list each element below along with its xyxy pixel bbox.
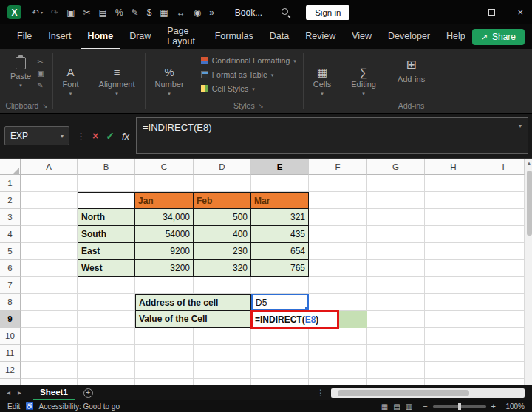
vertical-scrollbar[interactable]: ▲ [525, 159, 532, 385]
formula-bar-collapse-icon[interactable]: ▾ [519, 123, 522, 129]
row-header-2[interactable]: 2 [0, 192, 21, 209]
menu-tab-data[interactable]: Data [263, 24, 296, 49]
sheet-nav-left-icon[interactable]: ◂ [7, 389, 10, 396]
cell-C8[interactable]: Address of the cell [135, 294, 251, 311]
menu-tab-file[interactable]: File [10, 24, 38, 49]
row-header-6[interactable]: 6 [0, 260, 21, 277]
redo-icon[interactable]: ↷ [51, 8, 58, 17]
merge-center-icon[interactable]: ↔ [177, 8, 185, 17]
camera-icon[interactable]: ◉ [194, 8, 201, 17]
row-header-11[interactable]: 11 [0, 345, 21, 362]
menu-tab-developer[interactable]: Developer [381, 24, 437, 49]
page-break-view-icon[interactable]: ▥ [406, 402, 412, 411]
percent-style-icon[interactable]: % [115, 8, 123, 17]
cell-B2[interactable] [78, 192, 135, 209]
cell-C3[interactable]: 34,000 [135, 209, 194, 226]
row-header-5[interactable]: 5 [0, 243, 21, 260]
row-header-9[interactable]: 9 [0, 311, 21, 328]
alignment-group-button[interactable]: ≡ Alignment ▾ [92, 49, 143, 113]
column-header-I[interactable]: I [482, 159, 525, 175]
select-all-corner[interactable] [0, 159, 21, 175]
menu-tab-review[interactable]: Review [299, 24, 342, 49]
cell-C4[interactable]: 54000 [135, 226, 194, 243]
cell-E5[interactable]: 654 [251, 243, 309, 260]
cell-E6[interactable]: 765 [251, 260, 309, 277]
close-button[interactable]: × [517, 7, 523, 17]
cell-E2[interactable]: Mar [251, 192, 309, 209]
cell-E4[interactable]: 435 [251, 226, 309, 243]
tab-scroll-handle-icon[interactable]: ⋮ [316, 388, 325, 398]
row-header-10[interactable]: 10 [0, 328, 21, 345]
normal-view-icon[interactable]: ▦ [381, 402, 388, 411]
cut-icon[interactable]: ✂ [83, 8, 90, 17]
cell-B4[interactable]: South [78, 226, 135, 243]
zoom-out-button[interactable]: − [423, 402, 427, 411]
row-header-13[interactable] [0, 379, 21, 385]
cell-C6[interactable]: 3200 [135, 260, 194, 277]
menu-tab-insert[interactable]: Insert [41, 24, 78, 49]
sign-in-button[interactable]: Sign in [306, 5, 349, 20]
cell-styles-button[interactable]: Cell Styles ▾ [201, 84, 296, 93]
borders-icon[interactable]: ▦ [160, 8, 168, 17]
cell-B5[interactable]: East [78, 243, 135, 260]
accessibility-status[interactable]: Accessibility: Good to go [38, 402, 120, 411]
name-box-dropdown-icon[interactable]: ▾ [61, 133, 64, 140]
copy-button-icon[interactable]: ▣ [37, 70, 44, 78]
column-header-B[interactable]: B [78, 159, 135, 175]
new-sheet-button[interactable]: + [83, 388, 93, 398]
row-header-1[interactable]: 1 [0, 175, 21, 192]
format-painter-icon[interactable]: ✎ [132, 8, 139, 17]
column-header-F[interactable]: F [309, 159, 367, 175]
undo-icon[interactable]: ↶▾ [32, 8, 43, 17]
cell-D4[interactable]: 400 [194, 226, 251, 243]
menu-tab-help[interactable]: Help [440, 24, 472, 49]
cell-D6[interactable]: 320 [194, 260, 251, 277]
zoom-level[interactable]: 100% [501, 402, 525, 411]
maximize-button[interactable] [488, 7, 495, 17]
horizontal-scrollbar[interactable] [331, 388, 525, 398]
row-header-7[interactable]: 7 [0, 277, 21, 294]
cells-group-button[interactable]: ▦ Cells ▾ [306, 49, 338, 113]
currency-icon[interactable]: $ [147, 8, 152, 17]
row-header-8[interactable]: 8 [0, 294, 21, 311]
cell-C5[interactable]: 9200 [135, 243, 194, 260]
cut-button-icon[interactable]: ✂ [37, 58, 44, 66]
cell-B6[interactable]: West [78, 260, 135, 277]
formula-edit-cell-E9[interactable]: =INDIRECT(E8) [250, 310, 339, 329]
cancel-icon[interactable]: × [92, 130, 98, 142]
name-box[interactable]: EXP ▾ [4, 126, 69, 145]
addins-icon[interactable]: ⊞ [406, 57, 416, 72]
font-group-button[interactable]: A Font ▾ [55, 49, 86, 113]
column-header-C[interactable]: C [135, 159, 194, 175]
enter-icon[interactable]: ✓ [106, 130, 115, 142]
menu-tab-formulas[interactable]: Formulas [208, 24, 260, 49]
insert-function-icon[interactable]: fx [122, 131, 129, 142]
paste-button[interactable]: Paste ▾ [10, 55, 31, 89]
horizontal-scrollbar-thumb[interactable] [338, 390, 469, 396]
editing-group-button[interactable]: ∑ Editing ▾ [344, 49, 383, 113]
cell-E3[interactable]: 321 [251, 209, 309, 226]
scroll-up-icon[interactable]: ▲ [526, 161, 532, 165]
column-header-G[interactable]: G [367, 159, 425, 175]
zoom-slider[interactable] [433, 405, 486, 408]
cell-D2[interactable]: Feb [194, 192, 251, 209]
cell-C9[interactable]: Value of the Cell [135, 311, 251, 328]
conditional-formatting-button[interactable]: Conditional Formatting ▾ [201, 56, 296, 65]
search-icon[interactable] [280, 7, 291, 18]
sheet-tab-sheet1[interactable]: Sheet1 [33, 385, 75, 400]
menu-tab-draw[interactable]: Draw [123, 24, 157, 49]
zoom-in-button[interactable]: + [491, 402, 496, 411]
cell-D5[interactable]: 230 [194, 243, 251, 260]
format-as-table-button[interactable]: Format as Table ▾ [201, 70, 296, 79]
referenced-cell-E8[interactable]: D5 [251, 294, 309, 311]
menu-tab-page-layout[interactable]: Page Layout [160, 24, 205, 49]
number-group-button[interactable]: % Number ▾ [148, 49, 191, 113]
styles-dialog-launcher-icon[interactable]: ↘ [259, 103, 264, 109]
cell-C2[interactable]: Jan [135, 192, 194, 209]
column-header-E[interactable]: E [251, 159, 309, 175]
share-button[interactable]: ↗ Share [472, 29, 525, 45]
copy-icon[interactable]: ▣ [66, 8, 75, 17]
column-header-H[interactable]: H [425, 159, 482, 175]
clipboard-dialog-launcher-icon[interactable]: ↘ [42, 103, 47, 109]
page-layout-view-icon[interactable]: ▤ [393, 402, 400, 411]
